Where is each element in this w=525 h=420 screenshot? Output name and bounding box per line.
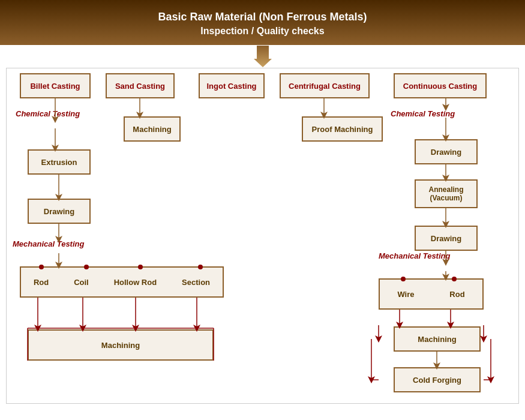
dot1	[39, 265, 44, 269]
box-cold-forging: Cold Forging	[394, 367, 481, 392]
label-chemical-testing-left: Chemical Testing	[16, 109, 80, 118]
label-coil: Coil	[74, 278, 89, 287]
box-centrifugal-casting: Centrifugal Casting	[280, 73, 370, 98]
label-machining-bottom: Machining	[101, 341, 140, 350]
label-mech-testing-right: Mechanical Testing	[379, 251, 450, 260]
header-title2: Inspection / Quality checks	[12, 26, 513, 37]
header-arrow	[0, 45, 525, 68]
box-drawing1: Drawing	[28, 199, 91, 224]
header-title1: Basic Raw Material (Non Ferrous Metals)	[12, 11, 513, 23]
dot5	[401, 277, 406, 281]
box-machining-sand: Machining	[124, 116, 181, 142]
box-extrusion: Extrusion	[28, 149, 91, 175]
box-drawing-right1: Drawing	[415, 139, 478, 164]
bottom-machining-container: Machining	[28, 329, 214, 361]
box-ingot-casting: Ingot Casting	[199, 73, 265, 98]
bottom-right-container: Wire Rod	[379, 278, 484, 310]
label-wire: Wire	[397, 290, 414, 299]
box-machining-right: Machining	[394, 326, 481, 352]
box-drawing-right2: Drawing	[415, 226, 478, 251]
svg-marker-0	[254, 46, 272, 67]
label-rod: Rod	[34, 278, 49, 287]
label-hollow-rod: Hollow Rod	[114, 278, 157, 287]
dot3	[138, 265, 143, 269]
box-billet-casting: Billet Casting	[20, 73, 91, 98]
dot6	[452, 277, 457, 281]
box-annealing: Annealing (Vacuum)	[415, 179, 478, 208]
dot2	[84, 265, 89, 269]
dot4	[198, 265, 203, 269]
box-sand-casting: Sand Casting	[106, 73, 175, 98]
label-chemical-testing-right: Chemical Testing	[391, 109, 455, 118]
label-section: Section	[182, 278, 210, 287]
box-continuous-casting: Continuous Casting	[394, 73, 487, 98]
main-content: Billet Casting Sand Casting Ingot Castin…	[6, 68, 519, 404]
box-proof-machining: Proof Machining	[302, 116, 383, 142]
label-mech-testing-left: Mechanical Testing	[13, 239, 84, 248]
header: Basic Raw Material (Non Ferrous Metals) …	[0, 0, 525, 45]
bottom-left-container: Rod Coil Hollow Rod Section	[20, 266, 224, 298]
label-rod-right: Rod	[449, 290, 464, 299]
